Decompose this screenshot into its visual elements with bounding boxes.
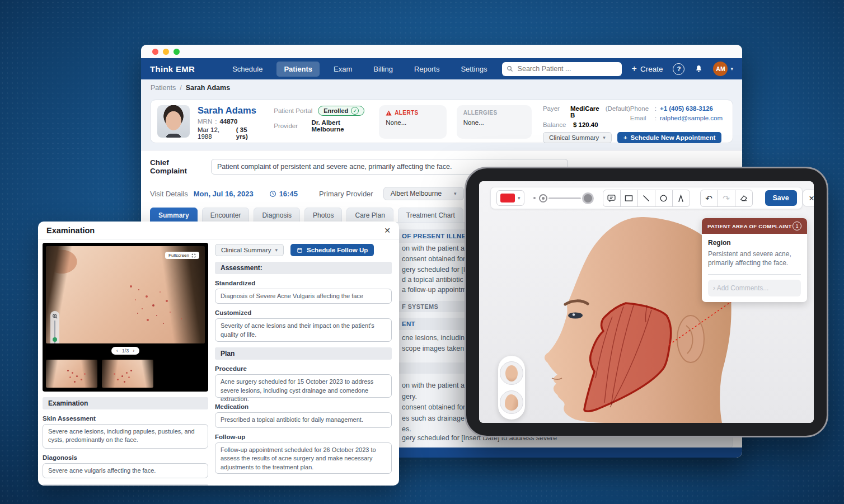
minimize-window-icon[interactable] [163,49,169,55]
patient-phone[interactable]: +1 (405) 638-3126 [660,105,713,112]
customized-field[interactable]: Severity of acne lesions and their impac… [215,318,392,342]
account-menu[interactable]: AM ▾ [713,62,733,76]
nav-item-exam[interactable]: Exam [326,62,359,77]
schedule-new-appointment-button[interactable]: + Schedule New Appointment [617,132,721,143]
redo-button[interactable]: ↷ [718,190,735,207]
nav-item-reports[interactable]: Reports [407,62,447,77]
portal-status-badge: Enrolled ✓ [318,106,364,116]
zoom-slider-thumb[interactable] [53,337,57,342]
clinical-summary-dropdown-modal[interactable]: Clinical Summary ▾ [215,244,284,256]
exam-photo-main[interactable]: Fullscreen [46,246,205,343]
comment-tool-button[interactable] [603,190,621,207]
rectangle-tool-button[interactable] [620,190,638,207]
nav-item-patients[interactable]: Patients [276,62,320,77]
standardized-label: Standardized [215,280,392,286]
followup-label: Follow-up [215,434,392,440]
photo-viewer: Fullscreen [43,243,208,392]
eraser-button[interactable] [735,190,753,207]
patient-search[interactable] [502,62,622,76]
primary-provider-dropdown[interactable]: Albert Melbourne ▾ [383,187,464,200]
region-label: Region [708,239,801,247]
save-button[interactable]: Save [765,190,797,206]
photo-thumbnail[interactable] [102,360,153,388]
brush-size-slider[interactable] [533,192,594,204]
nav-item-settings[interactable]: Settings [453,62,494,77]
fullscreen-button[interactable]: Fullscreen [165,252,199,259]
ear [677,315,704,362]
tab-encounter[interactable]: Encounter [202,208,250,223]
pagination-count: 1/3 [122,348,129,354]
followup-field[interactable]: Follow-up appointment scheduled for 26 O… [215,442,392,474]
undo-button[interactable]: ↶ [700,190,718,207]
history-tools: ↶ ↷ [700,190,753,207]
color-picker-button[interactable]: ▾ [496,190,524,206]
nav-item-billing[interactable]: Billing [366,62,400,77]
tab-treatment-chart[interactable]: Treatment Chart [398,208,463,223]
photo-thumbnail[interactable] [46,360,97,388]
patient-email[interactable]: ralphed@sample.com [660,115,723,121]
side-view-button[interactable] [500,390,523,414]
examination-modal: Examination ✕ Fullscreen [38,222,399,486]
search-input[interactable] [517,64,617,73]
bg-text-line: a follow-up appointme [402,286,470,294]
bg-text-line: d a topical antibiotic a [402,276,469,284]
zoom-slider-track[interactable] [54,321,55,343]
breadcrumb-current: Sarah Adams [186,84,230,92]
create-button[interactable]: + Create [632,64,663,74]
customized-label: Customized [215,309,392,316]
brush-max-dot [582,192,594,204]
breadcrumb: Patients / Sarah Adams [141,79,742,96]
alerts-value: None... [386,119,439,126]
bg-text-line: es. [402,425,411,433]
annotation-screen: ▾ [479,181,814,423]
photo-pagination[interactable]: ‹ 1/3 › [111,347,140,355]
check-icon: ✓ [351,107,359,115]
tab-summary[interactable]: Summary [150,208,198,223]
visit-time[interactable]: 16:45 [269,190,298,198]
slider-thumb[interactable] [539,194,547,202]
add-comments-field[interactable]: › Add Comments... [708,280,801,296]
skin-assessment-field[interactable]: Severe acne lesions, including papules, … [43,424,208,449]
tab-diagnosis[interactable]: Diagnosis [254,208,300,223]
tab-photos[interactable]: Photos [304,208,342,223]
circle-tool-button[interactable] [655,190,673,207]
tab-care-plan[interactable]: Care Plan [346,208,393,223]
diagnosis-field[interactable]: Severe acne vulgaris affecting the face. [43,463,208,478]
primary-provider-label: Primary Provider [319,190,373,198]
drawing-toolbar: ▾ [490,187,803,209]
patient-header-band: Sarah Adams MRN : 44870 Mar 12, 1988 ( 3… [141,96,742,150]
chief-complaint-label: Chief Complaint [150,158,203,175]
chevron-down-icon: ▾ [730,66,733,72]
notifications-bell-icon[interactable] [695,64,703,73]
procedure-field[interactable]: Acne surgery scheduled for 15 October 20… [215,374,392,398]
front-view-button[interactable] [500,361,523,385]
close-icon[interactable]: ✕ [384,226,391,235]
visit-date[interactable]: Mon, Jul 16, 2023 [194,190,254,198]
patient-mrn: 44870 [219,118,237,125]
medication-field[interactable]: Prescribed a topical antibiotic for dail… [215,412,392,427]
payer-block: Payer MediCare B (Default) Balance $ 120… [543,105,630,131]
photo-zoom-control[interactable] [50,311,59,343]
bg-text-line: gery scheduled for [Ins [402,266,472,274]
clear-all-button[interactable]: ✕ Clear all [803,190,814,206]
line-tool-button[interactable] [637,190,655,207]
next-photo-icon[interactable]: › [133,348,134,354]
breadcrumb-patients[interactable]: Patients [151,84,176,92]
close-window-icon[interactable] [152,49,158,55]
face-view-selector [498,356,525,420]
nav-item-schedule[interactable]: Schedule [225,62,270,77]
balance-value: $ 120.40 [573,121,598,128]
help-icon[interactable]: ? [673,63,684,75]
chevron-down-icon: ▾ [275,247,278,253]
contact-block: Phone : +1 (405) 638-3126 Email : ralphe… [630,105,723,131]
schedule-follow-up-button[interactable]: Schedule Follow Up [290,244,374,256]
arrow-tool-button[interactable] [672,190,690,207]
slider-track[interactable] [548,197,581,199]
allergies-card: ALLERGIES None... [457,105,532,139]
maximize-window-icon[interactable] [174,49,180,55]
clinical-summary-dropdown[interactable]: Clinical Summary ▾ [543,132,612,143]
prev-photo-icon[interactable]: ‹ [116,348,118,354]
plan-section-header: Plan [215,347,392,360]
region-text: Persistent and severe acne, primarily af… [708,249,801,267]
standardized-field[interactable]: Diagnosis of Severe Acne Vulgaris affect… [215,289,392,304]
